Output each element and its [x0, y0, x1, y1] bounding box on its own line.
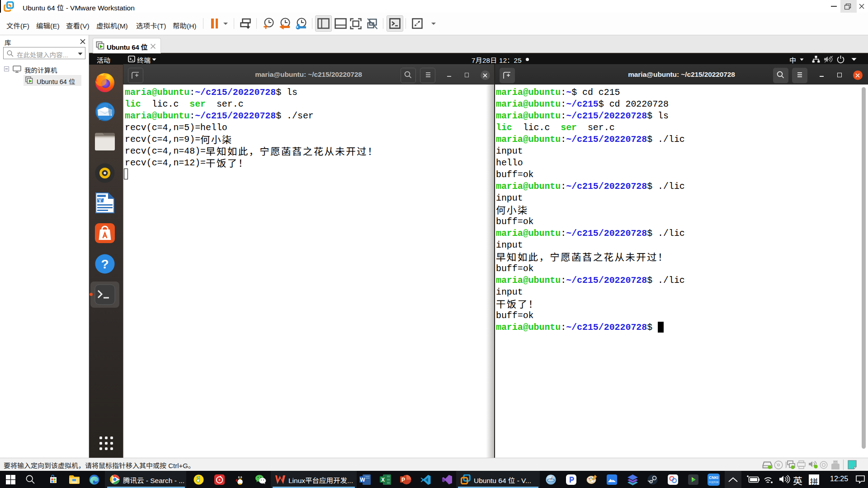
svg-text:W: W [360, 477, 365, 483]
svg-text:?: ? [101, 257, 108, 271]
svg-text:X: X [381, 477, 385, 483]
svg-text:CNKI: CNKI [709, 475, 718, 480]
svg-text:P: P [401, 477, 405, 483]
svg-text:中国知网: 中国知网 [708, 480, 718, 484]
